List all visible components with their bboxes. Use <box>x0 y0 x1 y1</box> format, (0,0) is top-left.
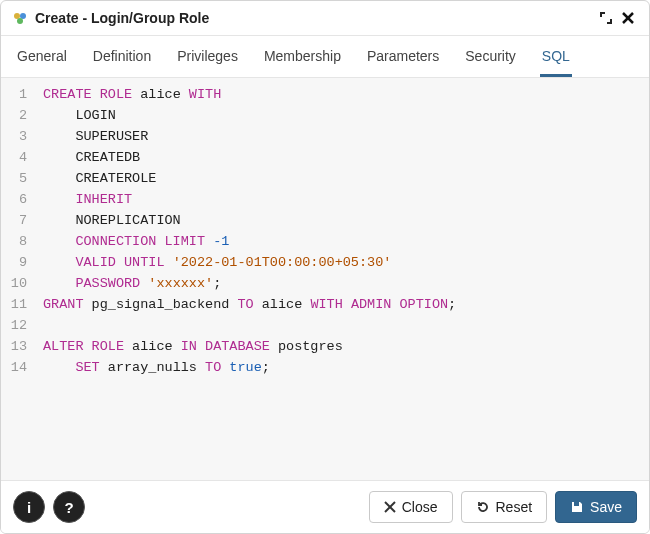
code-line: VALID UNTIL '2022-01-01T00:00:00+05:30' <box>43 252 641 273</box>
line-number: 1 <box>9 84 27 105</box>
sql-code[interactable]: CREATE ROLE alice WITH LOGIN SUPERUSER C… <box>35 78 649 480</box>
reset-button-label: Reset <box>496 499 533 515</box>
code-line: NOREPLICATION <box>43 210 641 231</box>
tab-bar: GeneralDefinitionPrivilegesMembershipPar… <box>1 36 649 78</box>
role-icon <box>11 9 29 27</box>
code-line: LOGIN <box>43 105 641 126</box>
tab-definition[interactable]: Definition <box>91 36 153 77</box>
line-number: 13 <box>9 336 27 357</box>
line-number: 14 <box>9 357 27 378</box>
line-number: 11 <box>9 294 27 315</box>
code-line: CREATE ROLE alice WITH <box>43 84 641 105</box>
svg-point-2 <box>17 18 23 24</box>
line-number: 9 <box>9 252 27 273</box>
help-icon: ? <box>64 499 73 516</box>
code-line: CREATEROLE <box>43 168 641 189</box>
line-number: 5 <box>9 168 27 189</box>
tab-security[interactable]: Security <box>463 36 518 77</box>
help-button[interactable]: ? <box>53 491 85 523</box>
line-number: 10 <box>9 273 27 294</box>
info-button[interactable]: i <box>13 491 45 523</box>
close-button-label: Close <box>402 499 438 515</box>
code-line: CONNECTION LIMIT -1 <box>43 231 641 252</box>
tab-parameters[interactable]: Parameters <box>365 36 441 77</box>
save-icon <box>570 500 584 514</box>
tab-privileges[interactable]: Privileges <box>175 36 240 77</box>
svg-point-0 <box>14 13 20 19</box>
tab-sql[interactable]: SQL <box>540 36 572 77</box>
save-button-label: Save <box>590 499 622 515</box>
dialog-title: Create - Login/Group Role <box>35 10 209 26</box>
info-icon: i <box>27 499 31 516</box>
code-line: CREATEDB <box>43 147 641 168</box>
tab-general[interactable]: General <box>15 36 69 77</box>
close-icon <box>384 501 396 513</box>
line-number: 2 <box>9 105 27 126</box>
line-number: 3 <box>9 126 27 147</box>
code-line: SET array_nulls TO true; <box>43 357 641 378</box>
reset-icon <box>476 500 490 514</box>
code-line: INHERIT <box>43 189 641 210</box>
code-line: PASSWORD 'xxxxxx'; <box>43 273 641 294</box>
dialog-footer: i ? Close Reset Save <box>1 480 649 533</box>
code-line: ALTER ROLE alice IN DATABASE postgres <box>43 336 641 357</box>
line-number: 6 <box>9 189 27 210</box>
sql-editor[interactable]: 1234567891011121314 CREATE ROLE alice WI… <box>1 78 649 480</box>
code-line: GRANT pg_signal_backend TO alice WITH AD… <box>43 294 641 315</box>
close-dialog-button[interactable] <box>617 7 639 29</box>
create-role-dialog: Create - Login/Group Role GeneralDefinit… <box>0 0 650 534</box>
line-number: 12 <box>9 315 27 336</box>
line-number-gutter: 1234567891011121314 <box>1 78 35 480</box>
code-line: SUPERUSER <box>43 126 641 147</box>
svg-point-1 <box>20 13 26 19</box>
line-number: 7 <box>9 210 27 231</box>
titlebar: Create - Login/Group Role <box>1 1 649 36</box>
save-button[interactable]: Save <box>555 491 637 523</box>
tab-membership[interactable]: Membership <box>262 36 343 77</box>
maximize-button[interactable] <box>595 7 617 29</box>
code-line <box>43 315 641 336</box>
reset-button[interactable]: Reset <box>461 491 548 523</box>
svg-rect-3 <box>574 502 579 506</box>
close-button[interactable]: Close <box>369 491 453 523</box>
line-number: 4 <box>9 147 27 168</box>
line-number: 8 <box>9 231 27 252</box>
